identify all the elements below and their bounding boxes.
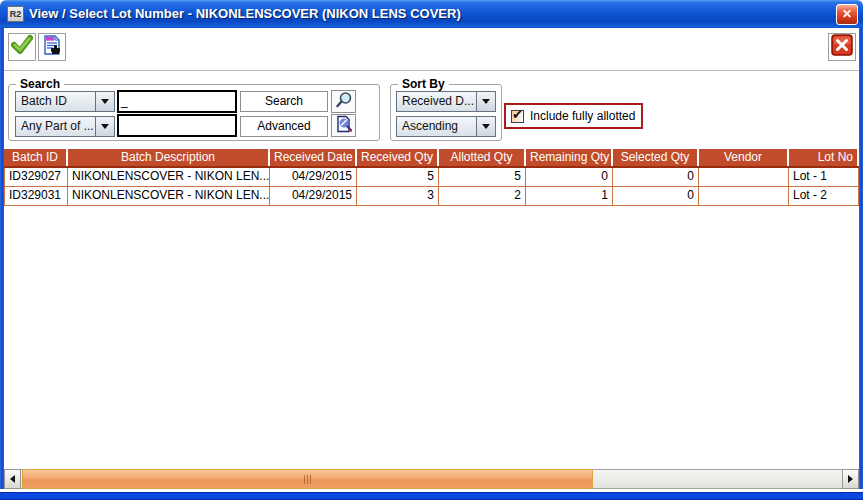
table-cell: NIKONLENSCOVER - NIKON LEN... (68, 187, 270, 206)
search-group-label: Search (16, 77, 64, 91)
table-cell: 04/29/2015 (270, 187, 357, 206)
search-button[interactable]: Search (240, 91, 328, 112)
horizontal-scrollbar[interactable] (4, 469, 859, 489)
window-border-left (0, 28, 4, 500)
header-cell[interactable]: Batch ID (4, 148, 68, 166)
advanced-find-icon (335, 115, 353, 137)
table-cell: 2 (439, 187, 526, 206)
include-fully-allotted-checkbox[interactable]: ✔ (511, 110, 524, 123)
table-body: ID329027NIKONLENSCOVER - NIKON LEN...04/… (4, 168, 859, 206)
table-cell: 3 (357, 187, 439, 206)
header-cell[interactable]: Vendor (699, 148, 789, 166)
table-cell: 5 (357, 168, 439, 187)
window-title: View / Select Lot Number - NIKONLENSCOVE… (29, 6, 461, 21)
dropdown-arrow-icon[interactable] (95, 92, 114, 111)
dropdown-arrow-icon[interactable] (95, 117, 114, 136)
search-field-select[interactable]: Batch ID (15, 91, 115, 112)
sort-field-value: Received D... (402, 94, 474, 108)
grip-icon (304, 475, 305, 484)
header-cell[interactable]: Allotted Qty (439, 148, 526, 166)
table-cell: ID329027 (4, 168, 68, 187)
titlebar[interactable]: R2 View / Select Lot Number - NIKONLENSC… (0, 0, 863, 28)
table-row[interactable]: ID329027NIKONLENSCOVER - NIKON LEN...04/… (4, 168, 859, 187)
search-match-value: Any Part of ... (21, 119, 94, 133)
advanced-find-icon-button[interactable] (331, 114, 356, 137)
include-fully-allotted-label: Include fully allotted (530, 109, 635, 123)
table-cell: ID329031 (4, 187, 68, 206)
table-cell: NIKONLENSCOVER - NIKON LEN... (68, 168, 270, 187)
table-cell (699, 168, 789, 187)
search-match-select[interactable]: Any Part of ... (15, 116, 115, 137)
table-row[interactable]: ID329031NIKONLENSCOVER - NIKON LEN...04/… (4, 187, 859, 206)
close-button[interactable] (828, 33, 856, 61)
app-icon: R2 (7, 6, 24, 22)
grip-icon (307, 475, 308, 484)
search-value-input-2[interactable] (117, 114, 237, 137)
dropdown-arrow-icon[interactable] (476, 117, 495, 136)
search-value-input[interactable]: _ (117, 90, 237, 113)
text-caret: _ (121, 94, 128, 108)
grip-icon (310, 475, 311, 484)
dialog-window: R2 View / Select Lot Number - NIKONLENSC… (0, 0, 863, 500)
include-fully-allotted-highlight: ✔ Include fully allotted (504, 103, 643, 129)
header-cell[interactable]: Remaining Qty (526, 148, 613, 166)
right-arrow-icon (848, 475, 853, 483)
table-cell: Lot - 1 (789, 168, 859, 187)
window-border-right (859, 28, 863, 500)
search-field-value: Batch ID (21, 94, 67, 108)
sort-direction-select[interactable]: Ascending (396, 116, 496, 137)
report-button[interactable] (38, 33, 66, 61)
sort-by-group-label: Sort By (398, 77, 449, 91)
lot-table: Batch IDBatch DescriptionReceived DateRe… (4, 148, 859, 206)
header-cell[interactable]: Received Date (270, 148, 357, 166)
header-cell[interactable]: Batch Description (68, 148, 270, 166)
header-cell[interactable]: Selected Qty (613, 148, 699, 166)
titlebar-close-button[interactable]: ✕ (836, 4, 858, 25)
table-cell (699, 187, 789, 206)
checkmark-icon: ✔ (512, 107, 523, 122)
find-icon-button[interactable] (331, 90, 356, 113)
document-stamp-icon (41, 34, 63, 60)
green-checkmark-icon (11, 34, 33, 60)
header-cell[interactable]: Lot No (789, 148, 859, 166)
advanced-button[interactable]: Advanced (240, 116, 328, 137)
select-button[interactable] (8, 33, 36, 61)
toolbar (4, 28, 859, 71)
dropdown-arrow-icon[interactable] (476, 92, 495, 111)
scrollbar-thumb[interactable] (22, 469, 593, 489)
table-cell: 04/29/2015 (270, 168, 357, 187)
table-cell: 5 (439, 168, 526, 187)
left-arrow-icon (10, 475, 15, 483)
table-header-row: Batch IDBatch DescriptionReceived DateRe… (4, 148, 859, 168)
table-cell: 0 (526, 168, 613, 187)
scroll-left-button[interactable] (4, 469, 21, 489)
red-x-icon (831, 34, 853, 60)
header-cell[interactable]: Received Qty (357, 148, 439, 166)
magnifier-icon (335, 91, 353, 113)
scroll-right-button[interactable] (842, 469, 859, 489)
table-cell: 0 (613, 168, 699, 187)
window-border-bottom (0, 489, 863, 500)
table-cell: 0 (613, 187, 699, 206)
sort-field-select[interactable]: Received D... (396, 91, 496, 112)
table-cell: 1 (526, 187, 613, 206)
table-cell: Lot - 2 (789, 187, 859, 206)
sort-direction-value: Ascending (402, 119, 458, 133)
